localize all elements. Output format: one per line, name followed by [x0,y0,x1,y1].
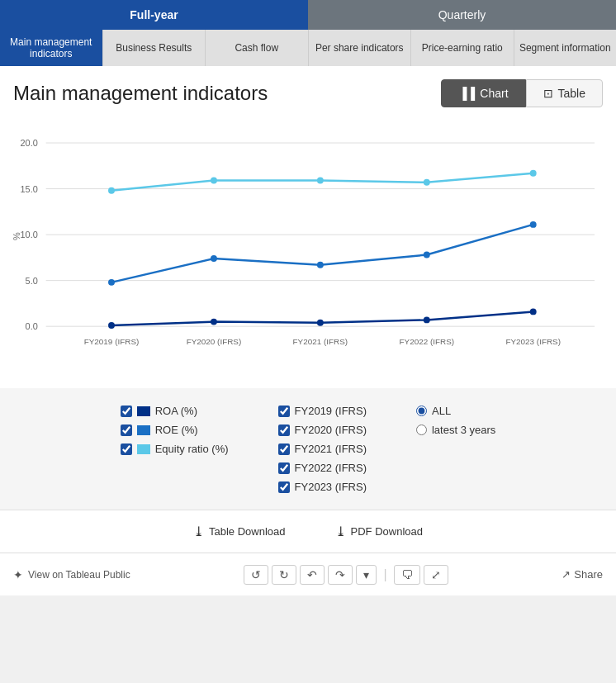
table-download-button[interactable]: ⤓ Table Download [193,524,286,539]
roe-dot-fy2022 [424,252,430,258]
equity-dot-fy2023 [530,170,537,177]
equity-checkbox[interactable] [121,443,132,455]
equity-dot-fy2020 [211,178,217,184]
redo-button[interactable]: ↷ [328,565,353,585]
page-title: Main management indicators [13,82,268,105]
equity-color [137,444,150,454]
table-label: Table [558,87,585,100]
equity-dot-fy2021 [317,178,324,184]
svg-text:FY2023 (IFRS): FY2023 (IFRS) [505,337,561,346]
top-navigation: Full-year Quarterly [0,0,616,30]
legend-roa: ROA (%) [121,405,229,417]
table-download-label: Table Download [209,525,286,538]
legend-equity: Equity ratio (%) [121,443,229,455]
share-label: Share [574,568,603,581]
roa-dot-fy2022 [424,316,430,323]
main-content: Main management indicators ▐▐ Chart ⊡ Ta… [0,66,616,388]
fy2021-checkbox[interactable] [278,443,290,455]
pdf-download-label: PDF Download [351,525,423,538]
roe-color [137,425,150,435]
line-chart: 20.0 15.0 10.0 5.0 0.0 % FY2019 (IFRS) F… [13,121,603,368]
roa-dot-fy2020 [211,319,217,325]
svg-text:FY2019 (IFRS): FY2019 (IFRS) [84,337,140,346]
legend-roe: ROE (%) [121,424,229,436]
tableau-link[interactable]: ✦ View on Tableau Public [13,568,130,581]
share-button[interactable]: ↗ Share [562,568,603,581]
svg-text:5.0: 5.0 [26,276,38,286]
pdf-icon: ⤓ [335,524,346,539]
fy2023-label: FY2023 (IFRS) [295,481,367,493]
bottom-actions: ↗ Share [562,568,603,581]
table-button[interactable]: ⊡ Table [526,79,603,107]
svg-text:FY2020 (IFRS): FY2020 (IFRS) [187,337,242,346]
nav-segment[interactable]: Segment information [514,30,617,66]
year-legend: FY2019 (IFRS) FY2020 (IFRS) FY2021 (IFRS… [278,405,367,493]
dropdown-button[interactable]: ▾ [356,565,377,585]
chart-label: Chart [480,87,508,100]
all-label: ALL [432,405,451,417]
year-fy2019: FY2019 (IFRS) [278,405,367,417]
comment-button[interactable]: 🗨 [394,565,420,585]
nav-business-results[interactable]: Business Results [103,30,206,66]
roa-label: ROA (%) [155,405,197,417]
roa-color [137,406,150,416]
legend-filter-area: ROA (%) ROE (%) Equity ratio (%) FY2019 … [0,388,616,510]
download-section: ⤓ Table Download ⤓ PDF Download [0,510,616,553]
fy2020-checkbox[interactable] [278,425,290,436]
forward-button[interactable]: ↻ [272,565,296,585]
roa-dot-fy2021 [317,320,324,326]
roe-dot-fy2019 [108,279,115,286]
svg-text:0.0: 0.0 [26,321,38,331]
share-icon: ↗ [562,568,571,581]
equity-dot-fy2019 [108,187,115,194]
expand-button[interactable]: ⤢ [424,565,448,585]
fy2023-checkbox[interactable] [278,481,290,493]
nav-main-management[interactable]: Main management indicators [0,30,103,66]
nav-cash-flow[interactable]: Cash flow [206,30,309,66]
period-latest3: latest 3 years [416,424,495,436]
roa-checkbox[interactable] [121,406,132,417]
nav-per-share[interactable]: Per share indicators [309,30,412,66]
back-button[interactable]: ↺ [244,565,268,585]
svg-text:FY2022 (IFRS): FY2022 (IFRS) [399,337,454,346]
sub-navigation: Main management indicators Business Resu… [0,30,616,66]
svg-text:%: % [13,232,21,240]
roa-dot-fy2019 [108,322,115,329]
latest3-radio[interactable] [416,425,427,435]
quarterly-tab[interactable]: Quarterly [308,0,616,30]
fy2019-checkbox[interactable] [278,406,290,417]
pdf-download-button[interactable]: ⤓ PDF Download [335,524,423,539]
nav-controls: ↺ ↻ ↶ ↷ ▾ | 🗨 ⤢ [244,565,448,585]
roe-dot-fy2023 [530,221,537,228]
full-year-tab[interactable]: Full-year [0,0,308,30]
svg-text:20.0: 20.0 [21,138,38,148]
fy2022-checkbox[interactable] [278,462,290,474]
view-toggle: ▐▐ Chart ⊡ Table [441,79,603,107]
period-filter: ALL latest 3 years [416,405,495,493]
period-all: ALL [416,405,495,417]
equity-label: Equity ratio (%) [155,443,229,455]
year-fy2020: FY2020 (IFRS) [278,424,367,436]
tableau-icon: ✦ [13,568,23,581]
fy2021-label: FY2021 (IFRS) [295,443,367,455]
roe-line [111,225,533,282]
year-fy2021: FY2021 (IFRS) [278,443,367,455]
all-radio[interactable] [416,406,427,416]
svg-text:15.0: 15.0 [21,184,38,194]
equity-dot-fy2022 [424,179,430,186]
svg-text:FY2021 (IFRS): FY2021 (IFRS) [293,337,348,346]
roe-checkbox[interactable] [121,425,132,436]
nav-price-earning[interactable]: Price-earning ratio [411,30,514,66]
svg-text:10.0: 10.0 [21,230,38,240]
header-row: Main management indicators ▐▐ Chart ⊡ Ta… [13,79,603,107]
table-icon: ⊡ [543,87,553,100]
series-legend: ROA (%) ROE (%) Equity ratio (%) [121,405,229,493]
latest3-label: latest 3 years [432,424,495,436]
chart-button[interactable]: ▐▐ Chart [441,79,525,107]
bottom-bar: ✦ View on Tableau Public ↺ ↻ ↶ ↷ ▾ | 🗨 ⤢… [0,553,616,595]
bar-chart-icon: ▐▐ [458,87,475,100]
download-icon: ⤓ [193,524,204,539]
undo-button[interactable]: ↶ [300,565,325,585]
year-fy2023: FY2023 (IFRS) [278,481,367,493]
roe-dot-fy2021 [317,262,324,268]
